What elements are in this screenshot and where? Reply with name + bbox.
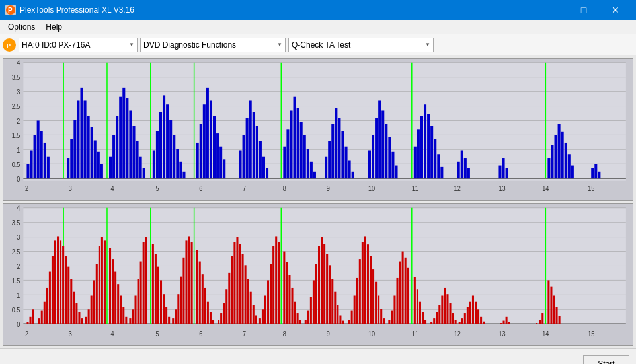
app-title: PlexTools Professional XL V3.16 [20, 5, 134, 15]
bottom-chart: 4 3.5 3 2.5 2 1.5 1 0.5 0 [3, 203, 633, 346]
svg-rect-180 [29, 316, 31, 323]
function-select[interactable]: DVD Diagnostic Functions ▼ [140, 38, 286, 52]
svg-rect-179 [26, 322, 28, 323]
svg-text:3.5: 3.5 [12, 219, 20, 227]
svg-rect-210 [112, 259, 114, 324]
main-content: 4 3.5 3 2.5 2 1.5 1 0.5 0 [0, 55, 636, 348]
svg-rect-225 [155, 254, 157, 324]
svg-rect-308 [388, 320, 390, 324]
svg-rect-251 [228, 272, 230, 323]
svg-rect-214 [122, 307, 124, 323]
close-button[interactable]: ✕ [600, 0, 631, 20]
svg-rect-106 [368, 150, 371, 178]
svg-rect-134 [551, 145, 553, 178]
svg-rect-301 [370, 256, 372, 324]
svg-text:2: 2 [25, 184, 28, 192]
svg-rect-47 [116, 116, 118, 179]
start-button[interactable]: Start [583, 355, 629, 365]
svg-rect-113 [391, 152, 394, 178]
svg-rect-303 [375, 281, 377, 323]
svg-rect-339 [480, 316, 482, 323]
device-info: P HA:0 ID:0 PX-716A ▼ [3, 38, 138, 52]
svg-rect-205 [96, 264, 98, 324]
svg-rect-41 [94, 140, 97, 178]
device-icon: P [3, 38, 16, 52]
svg-rect-250 [225, 289, 227, 324]
svg-rect-338 [477, 309, 479, 324]
svg-rect-245 [210, 312, 212, 323]
svg-rect-90 [294, 97, 296, 178]
svg-rect-77 [239, 150, 241, 178]
svg-rect-227 [160, 280, 162, 324]
test-select[interactable]: Q-Check TA Test ▼ [288, 38, 434, 52]
svg-rect-314 [405, 257, 407, 323]
top-chart-svg: 4 3.5 3 2.5 2 1.5 1 0.5 0 [3, 59, 633, 200]
svg-rect-195 [70, 279, 72, 324]
svg-rect-317 [417, 289, 418, 324]
svg-rect-336 [472, 295, 474, 324]
svg-rect-240 [196, 250, 198, 324]
minimize-button[interactable]: – [537, 0, 567, 20]
test-arrow-icon: ▼ [425, 42, 430, 48]
maximize-button[interactable]: □ [569, 0, 599, 20]
svg-rect-74 [216, 133, 219, 178]
svg-rect-311 [396, 277, 398, 323]
svg-text:2.5: 2.5 [12, 103, 20, 111]
svg-rect-54 [139, 157, 142, 178]
svg-rect-116 [414, 147, 417, 178]
svg-rect-107 [372, 135, 374, 178]
svg-rect-137 [561, 132, 564, 178]
svg-text:4: 4 [111, 184, 115, 192]
svg-rect-81 [253, 112, 255, 178]
svg-rect-123 [437, 154, 440, 178]
top-chart: 4 3.5 3 2.5 2 1.5 1 0.5 0 [3, 58, 633, 201]
svg-text:0.5: 0.5 [12, 161, 20, 168]
svg-rect-61 [166, 104, 169, 178]
svg-rect-304 [378, 295, 379, 324]
svg-rect-244 [207, 301, 209, 323]
svg-rect-49 [122, 88, 125, 178]
svg-rect-230 [168, 316, 170, 323]
svg-rect-129 [498, 166, 501, 179]
svg-rect-189 [54, 240, 56, 324]
svg-text:2: 2 [17, 262, 20, 270]
svg-rect-29 [40, 131, 43, 179]
svg-rect-199 [81, 318, 83, 324]
menu-options[interactable]: Options [3, 21, 40, 33]
svg-rect-211 [114, 271, 116, 324]
svg-rect-42 [97, 152, 100, 178]
menu-help[interactable]: Help [40, 21, 67, 33]
svg-text:11: 11 [412, 184, 418, 192]
svg-rect-185 [44, 301, 46, 323]
svg-rect-298 [362, 242, 364, 323]
svg-rect-330 [455, 320, 457, 324]
svg-text:P: P [8, 7, 13, 14]
svg-text:1: 1 [17, 291, 20, 299]
svg-rect-84 [262, 157, 265, 178]
svg-rect-327 [446, 294, 448, 324]
svg-rect-313 [402, 251, 404, 324]
svg-rect-265 [264, 295, 266, 324]
svg-rect-329 [452, 313, 454, 324]
svg-rect-103 [345, 147, 348, 178]
svg-rect-337 [475, 301, 477, 323]
svg-text:4: 4 [111, 330, 115, 338]
svg-rect-59 [159, 112, 162, 178]
svg-rect-233 [175, 309, 177, 324]
svg-rect-323 [436, 312, 438, 323]
svg-rect-126 [461, 150, 463, 178]
svg-text:8: 8 [283, 330, 286, 338]
svg-rect-65 [179, 162, 182, 178]
svg-rect-349 [547, 280, 549, 324]
svg-text:1: 1 [17, 146, 20, 154]
device-select[interactable]: HA:0 ID:0 PX-716A ▼ [19, 38, 138, 52]
svg-rect-143 [598, 172, 600, 178]
svg-rect-117 [417, 129, 420, 178]
svg-rect-66 [182, 172, 185, 178]
svg-rect-296 [356, 277, 358, 323]
svg-rect-279 [307, 310, 309, 324]
svg-text:10: 10 [368, 184, 376, 192]
svg-text:1.5: 1.5 [12, 277, 20, 285]
svg-text:14: 14 [542, 184, 549, 192]
svg-rect-213 [120, 295, 122, 324]
